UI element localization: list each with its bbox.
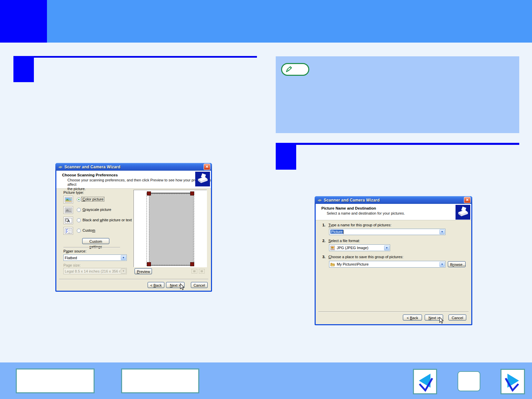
format-combobox[interactable]: JPG (JPEG Image) ▼: [329, 244, 390, 251]
close-button[interactable]: ✕: [204, 164, 210, 170]
scanner-app-icon: [317, 197, 322, 203]
option-label-color-picture[interactable]: Color picture: [82, 197, 104, 201]
chevron-down-icon[interactable]: ▼: [439, 262, 445, 267]
browse-button[interactable]: Browse...: [448, 261, 466, 267]
paper-source-select[interactable]: Flatbed ▼: [63, 254, 127, 261]
paper-source-value: Flatbed: [64, 256, 120, 260]
chevron-down-icon[interactable]: ▼: [121, 255, 126, 260]
page-size-select: Legal 8.5 x 14 inches (216 x 356 mm) ▼: [63, 268, 127, 274]
cancel-button[interactable]: Cancel: [448, 315, 466, 321]
chevron-down-icon[interactable]: ▼: [439, 229, 445, 234]
header-accent-block: [0, 0, 47, 43]
dialog-title: Scanner and Camera Wizard: [324, 198, 464, 203]
selection-handle[interactable]: [147, 191, 151, 195]
paper-source-label: Paper source:: [63, 249, 87, 253]
back-button[interactable]: < Back: [148, 282, 164, 288]
wizard-header: Picture Name and Destination Select a na…: [316, 204, 471, 220]
note-badge: [281, 63, 309, 76]
svg-text:A: A: [67, 219, 70, 223]
contents-button[interactable]: [16, 368, 95, 393]
format-step-label: Select a file format:: [328, 239, 360, 243]
index-button[interactable]: [121, 368, 199, 393]
wizard-header: Choose Scanning Preferences Choose your …: [56, 171, 211, 189]
scanner-wizard-dialog-name-destination: Scanner and Camera Wizard ✕ Picture Name…: [315, 196, 472, 325]
option-label-grayscale-picture[interactable]: Grayscale picture: [83, 208, 111, 212]
close-icon: ✕: [205, 165, 208, 169]
folder-icon: [330, 262, 335, 267]
scan-preview-region[interactable]: [149, 194, 194, 265]
name-combobox[interactable]: Picture ▼: [329, 229, 445, 235]
header-band: [0, 0, 532, 43]
step2-number-block: [276, 143, 296, 170]
dialog-title: Scanner and Camera Wizard: [64, 165, 204, 169]
picture-type-label: Picture type:: [63, 190, 84, 194]
page-number-box[interactable]: [458, 371, 480, 391]
wizard-body: Picture type: Color picture Grayscale pi…: [56, 188, 211, 291]
chevron-down-icon[interactable]: ▼: [384, 245, 389, 250]
step2-divider-line: [276, 143, 519, 145]
option-label-custom[interactable]: Custom: [83, 228, 95, 232]
wizard-icon: [456, 205, 470, 220]
mouse-cursor-icon: [180, 283, 184, 290]
section-divider: [63, 247, 120, 248]
forward-arrow-icon: [503, 372, 523, 392]
radio-color-picture[interactable]: [77, 197, 81, 202]
jpg-file-icon: [330, 246, 335, 250]
manual-page: Scanner and Camera Wizard ✕ Choose Scann…: [0, 0, 532, 399]
name-step-label: Type a name for this group of pictures:: [328, 223, 391, 227]
scanner-app-icon: [58, 164, 63, 170]
color-picture-icon: [63, 196, 73, 204]
wizard-description: Select a name and destination for your p…: [327, 211, 405, 216]
custom-settings-icon: [63, 227, 73, 235]
name-value: Picture: [329, 230, 439, 234]
next-page-button[interactable]: [500, 369, 525, 394]
wizard-body: 1. Type a name for this group of picture…: [316, 220, 471, 324]
location-value: My Pictures\Picture: [336, 262, 439, 266]
wizard-heading: Choose Scanning Preferences: [62, 173, 118, 177]
description-line: Choose your scanning preferences, and th…: [67, 178, 211, 186]
footer-divider: [318, 311, 469, 312]
page-size-label: Page size:: [63, 263, 81, 267]
format-value: JPG (JPEG Image): [336, 246, 384, 250]
selected-text: Picture: [330, 230, 343, 234]
mouse-cursor-icon: [439, 317, 444, 324]
previous-page-button[interactable]: [413, 369, 437, 394]
page-size-value: Legal 8.5 x 14 inches (216 x 356 mm): [64, 269, 120, 273]
back-button[interactable]: < Back: [403, 315, 422, 321]
selection-handle[interactable]: [190, 262, 194, 266]
step-number: 3.: [322, 255, 325, 259]
wizard-icon: [195, 172, 210, 186]
preview-pane: [134, 190, 207, 267]
scanner-wizard-dialog-preferences: Scanner and Camera Wizard ✕ Choose Scann…: [55, 163, 212, 292]
wizard-heading: Picture Name and Destination: [321, 206, 376, 210]
selection-handle[interactable]: [147, 262, 151, 266]
pencil-icon: [284, 65, 293, 74]
black-and-white-icon: A: [63, 217, 73, 224]
dialog-titlebar[interactable]: Scanner and Camera Wizard ✕: [55, 163, 212, 171]
grayscale-picture-icon: [63, 206, 73, 214]
step-number: 1.: [322, 223, 325, 227]
option-label-black-white[interactable]: Black and white picture or text: [83, 218, 132, 222]
chevron-down-icon: ▼: [121, 269, 126, 274]
preview-button[interactable]: Preview: [135, 268, 152, 274]
show-entire-image-icon[interactable]: [199, 269, 205, 274]
back-arrow-icon: [415, 372, 435, 392]
note-box: [276, 56, 519, 133]
footer-divider: [59, 279, 208, 280]
text-caret: [343, 230, 343, 234]
enlarge-selection-icon[interactable]: [192, 269, 197, 274]
cancel-button[interactable]: Cancel: [191, 282, 208, 288]
step1-divider-line: [13, 56, 257, 58]
close-button[interactable]: ✕: [464, 197, 471, 203]
dialog-titlebar[interactable]: Scanner and Camera Wizard ✕: [315, 196, 472, 204]
step-number: 2.: [322, 239, 325, 243]
location-step-label: Choose a place to save this group of pic…: [328, 255, 403, 259]
close-icon: ✕: [466, 198, 469, 202]
custom-settings-button[interactable]: Custom settings: [82, 238, 109, 244]
step1-number-block: [13, 56, 34, 82]
radio-custom[interactable]: [77, 229, 81, 233]
location-combobox[interactable]: My Pictures\Picture ▼: [329, 261, 445, 268]
selection-handle[interactable]: [190, 191, 194, 195]
radio-black-white[interactable]: [77, 218, 81, 222]
radio-grayscale-picture[interactable]: [77, 208, 81, 212]
